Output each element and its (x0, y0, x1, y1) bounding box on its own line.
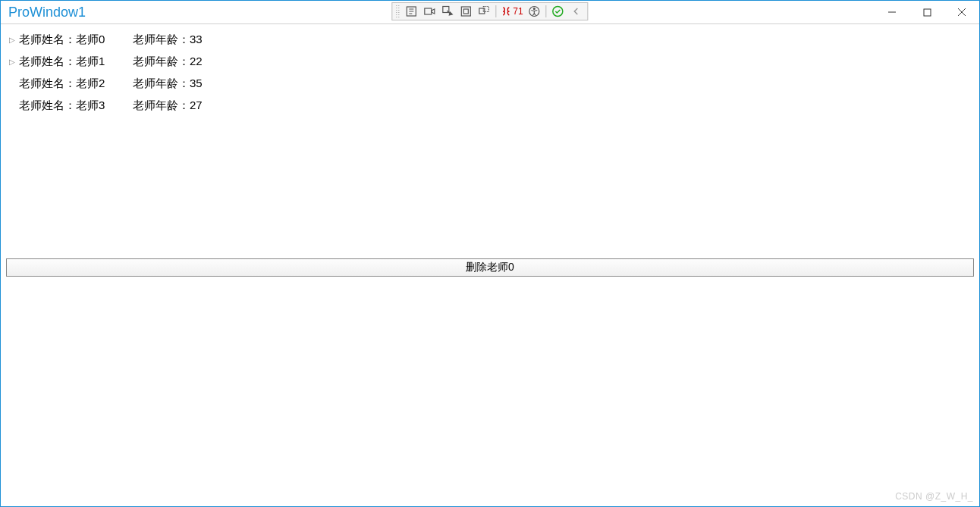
tree-view: ▷老师姓名：老师0老师年龄：33▷老师姓名：老师1老师年龄：22老师姓名：老师2… (1, 24, 979, 121)
teacher-age-cell: 老师年龄：33 (133, 33, 203, 47)
age-value: 27 (190, 99, 203, 111)
svg-rect-11 (924, 9, 931, 16)
titlebar: ProWindow1 71 (1, 1, 979, 24)
maximize-button[interactable] (909, 1, 944, 23)
age-label: 老师年龄： (133, 99, 190, 111)
teacher-name-cell: 老师姓名：老师0 (19, 33, 133, 47)
track-focus-icon[interactable] (476, 4, 492, 19)
name-value: 老师1 (76, 55, 105, 67)
tree-row[interactable]: 老师姓名：老师3老师年龄：27 (5, 95, 975, 117)
tree-row[interactable]: 老师姓名：老师2老师年龄：35 (5, 73, 975, 95)
age-label: 老师年龄： (133, 33, 190, 45)
svg-rect-1 (425, 8, 432, 14)
close-button[interactable] (944, 1, 979, 23)
tree-row[interactable]: ▷老师姓名：老师1老师年龄：22 (5, 51, 975, 73)
drag-grip-icon[interactable] (395, 5, 400, 18)
name-value: 老师0 (76, 33, 105, 45)
expander-icon[interactable]: ▷ (5, 58, 19, 66)
video-icon[interactable] (421, 4, 438, 19)
window-controls (875, 1, 979, 23)
name-label: 老师姓名： (19, 77, 76, 89)
teacher-age-cell: 老师年龄：35 (133, 77, 203, 91)
age-label: 老师年龄： (133, 55, 190, 67)
age-value: 33 (190, 33, 203, 45)
teacher-name-cell: 老师姓名：老师1 (19, 55, 133, 69)
svg-rect-4 (463, 9, 468, 14)
collapse-chevron-icon[interactable] (568, 4, 585, 19)
age-value: 22 (190, 55, 203, 67)
check-ok-icon[interactable] (550, 4, 567, 19)
binding-error-counter[interactable]: 71 (499, 6, 524, 17)
name-label: 老师姓名： (19, 33, 76, 45)
live-tree-icon[interactable] (403, 4, 419, 19)
delete-teacher-button[interactable]: 删除老师0 (6, 258, 974, 277)
name-value: 老师2 (76, 77, 105, 89)
tree-row[interactable]: ▷老师姓名：老师0老师年龄：33 (5, 29, 975, 51)
toolbar-separator (495, 5, 496, 17)
minimize-button[interactable] (875, 1, 909, 23)
teacher-name-cell: 老师姓名：老师3 (19, 99, 133, 113)
name-label: 老师姓名： (19, 99, 76, 111)
layout-bounds-icon[interactable] (457, 4, 474, 19)
svg-point-8 (534, 8, 536, 10)
watermark-text: CSDN @Z_W_H_ (895, 491, 973, 502)
name-label: 老师姓名： (19, 55, 76, 67)
age-value: 35 (190, 77, 203, 89)
svg-rect-5 (479, 8, 485, 14)
window-title: ProWindow1 (1, 5, 86, 20)
teacher-age-cell: 老师年龄：27 (133, 99, 203, 113)
pointer-select-icon[interactable] (439, 4, 456, 19)
name-value: 老师3 (76, 99, 105, 111)
teacher-age-cell: 老师年龄：22 (133, 55, 203, 69)
svg-rect-3 (461, 7, 470, 16)
counter-value: 71 (513, 6, 523, 17)
accessibility-icon[interactable] (526, 4, 543, 19)
expander-icon[interactable]: ▷ (5, 36, 19, 44)
teacher-name-cell: 老师姓名：老师2 (19, 77, 133, 91)
app-window: ProWindow1 71 (0, 0, 980, 507)
age-label: 老师年龄： (133, 77, 190, 89)
toolbar-separator (546, 5, 547, 17)
debug-toolbar: 71 (391, 2, 588, 20)
